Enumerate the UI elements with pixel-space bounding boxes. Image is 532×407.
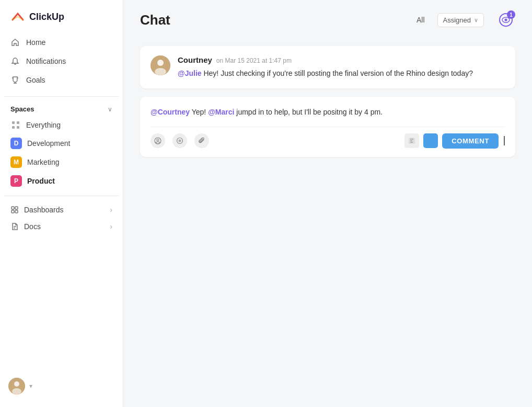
docs-chevron-icon: › (110, 222, 112, 231)
svg-rect-19 (427, 138, 434, 144)
sidebar-item-home[interactable]: Home (4, 33, 119, 51)
logo[interactable]: ClickUp (0, 0, 123, 31)
filter-assigned-dropdown[interactable]: Assigned ∨ (437, 13, 484, 27)
docs-icon (10, 222, 19, 231)
reply-format-button[interactable] (404, 133, 419, 148)
divider-2 (4, 196, 119, 196)
reply-card: @Courtney Yep! @Marci jumpd in to help, … (140, 97, 515, 156)
logo-text: ClickUp (29, 12, 64, 22)
sidebar: ClickUp Home Notifications Goals Spaces … (0, 0, 123, 407)
chat-area: Courtney on Mar 15 2021 at 1:47 pm @Juli… (123, 38, 532, 407)
message-author: Courtney (178, 55, 212, 64)
reply-footer: COMMENT (151, 127, 505, 149)
sidebar-item-notifications[interactable]: Notifications (4, 52, 119, 70)
home-icon (10, 38, 20, 47)
chat-header: Chat All Assigned ∨ 1 (123, 0, 532, 38)
message-header: Courtney on Mar 15 2021 at 1:47 pm (178, 55, 505, 64)
reply-text1: Yep! (190, 108, 208, 116)
sidebar-item-development-label: Development (27, 139, 71, 148)
svg-rect-1 (15, 207, 18, 209)
message-time: on Mar 15 2021 at 1:47 pm (216, 57, 292, 64)
sidebar-item-product-label: Product (27, 177, 55, 185)
mention-julie[interactable]: @Julie (178, 69, 202, 77)
reply-attach-button[interactable] (194, 133, 209, 148)
reply-user-button[interactable] (151, 133, 165, 148)
everything-grid-icon (10, 120, 21, 130)
sidebar-item-dashboards[interactable]: Dashboards › (0, 201, 123, 218)
message-text: @Julie Hey! Just checking if you're stil… (178, 67, 505, 79)
sidebar-item-dashboards-label: Dashboards (24, 206, 64, 214)
sidebar-item-development[interactable]: D Development (4, 134, 119, 153)
user-avatar (8, 378, 25, 394)
reply-text: @Courtney Yep! @Marci jumpd in to help, … (151, 106, 505, 118)
main-content: Chat All Assigned ∨ 1 (123, 0, 532, 407)
trophy-icon (10, 75, 20, 85)
cursor-indicator (504, 136, 505, 145)
reply-expand-button[interactable] (423, 133, 438, 148)
sidebar-item-everything[interactable]: Everything (4, 116, 119, 134)
format-icon (409, 138, 415, 144)
record-icon (176, 137, 183, 144)
svg-point-11 (157, 60, 164, 66)
courtney-avatar (151, 55, 170, 75)
sidebar-item-marketing[interactable]: M Marketing (4, 153, 119, 172)
message-card: Courtney on Mar 15 2021 at 1:47 pm @Juli… (140, 46, 515, 88)
clickup-logo-icon (10, 9, 25, 24)
svg-point-12 (155, 68, 166, 75)
reply-text2: jumpd in to help, but I'll be positng it… (234, 108, 383, 116)
sidebar-item-everything-label: Everything (26, 121, 61, 129)
svg-rect-2 (11, 210, 14, 213)
reply-mention-marci[interactable]: @Marci (208, 108, 234, 116)
svg-point-17 (179, 140, 181, 142)
development-badge: D (10, 138, 22, 149)
sidebar-item-home-label: Home (26, 38, 45, 47)
comment-button[interactable]: COMMENT (442, 133, 499, 149)
notification-count-badge: 1 (507, 10, 515, 19)
notification-watch-button[interactable]: 1 (496, 10, 515, 29)
assigned-chevron-icon: ∨ (474, 17, 478, 24)
sidebar-item-notifications-label: Notifications (26, 57, 66, 65)
svg-point-9 (505, 19, 507, 21)
sidebar-nav: Home Notifications Goals (0, 31, 123, 91)
svg-point-5 (14, 381, 19, 387)
expand-icon (427, 138, 434, 144)
reply-record-button[interactable] (172, 133, 187, 148)
spaces-label: Spaces (10, 105, 34, 113)
bell-icon (10, 56, 20, 66)
user-circle-icon (154, 137, 161, 144)
user-profile[interactable]: ▾ (0, 371, 123, 401)
page-title: Chat (140, 12, 170, 28)
marketing-badge: M (10, 156, 22, 168)
user-chevron: ▾ (29, 382, 32, 390)
filter-assigned-label: Assigned (443, 16, 471, 24)
spaces-chevron-icon: ∨ (108, 106, 112, 113)
sidebar-item-docs[interactable]: Docs › (0, 218, 123, 235)
message-body: Hey! Just checking if you're still posti… (202, 69, 473, 77)
product-badge: P (10, 175, 22, 187)
filter-all-button[interactable]: All (417, 16, 425, 24)
svg-point-15 (156, 142, 160, 144)
svg-point-6 (12, 388, 21, 394)
spaces-header[interactable]: Spaces ∨ (0, 102, 123, 116)
sidebar-item-product[interactable]: P Product (4, 172, 119, 190)
sidebar-item-marketing-label: Marketing (27, 158, 59, 166)
reply-mention-courtney[interactable]: @Courtney (151, 108, 190, 116)
svg-rect-0 (11, 207, 14, 209)
divider-1 (4, 96, 119, 97)
message-content: Courtney on Mar 15 2021 at 1:47 pm @Juli… (178, 55, 505, 79)
paperclip-icon (198, 137, 205, 144)
sidebar-item-goals-label: Goals (26, 76, 45, 84)
sidebar-item-goals[interactable]: Goals (4, 71, 119, 89)
sidebar-item-docs-label: Docs (24, 222, 41, 231)
reply-right-actions: COMMENT (404, 133, 505, 149)
dashboards-chevron-icon: › (110, 206, 112, 214)
reply-actions (151, 133, 209, 148)
svg-point-14 (157, 139, 159, 141)
dashboards-icon (10, 206, 19, 214)
svg-rect-3 (15, 210, 18, 213)
